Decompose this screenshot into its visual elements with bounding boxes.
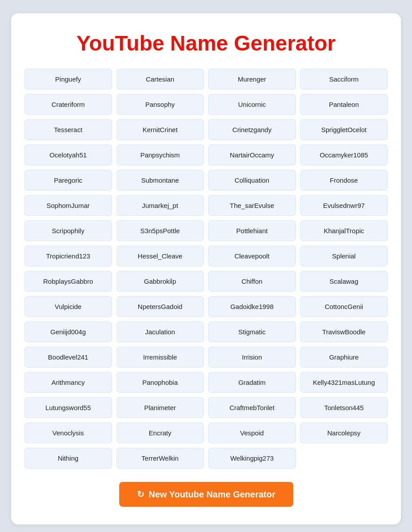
name-cell: Tropicriend123 <box>24 246 112 266</box>
name-cell: Panophobia <box>117 372 204 393</box>
name-cell: Welkingpig273 <box>208 448 296 469</box>
name-cell: Vulpicide <box>24 296 112 317</box>
names-grid: PinguefyCartesianMurengerSacciformCrater… <box>24 69 388 469</box>
name-cell: Pantaleon <box>300 94 388 115</box>
name-cell: Pottlehiant <box>208 220 296 241</box>
name-cell: RobplaysGabbro <box>24 271 112 292</box>
name-cell: Gadoidke1998 <box>208 296 296 317</box>
name-cell: Panpsychism <box>117 145 204 165</box>
button-row: ↻ New Youtube Name Generator <box>24 482 388 507</box>
name-cell: Gabbrokilp <box>117 271 204 292</box>
name-cell: Pansophy <box>117 94 204 115</box>
name-cell: Kelly4321masLutung <box>300 372 388 393</box>
name-cell: SpriggletOcelot <box>300 119 388 140</box>
name-cell: Splenial <box>300 246 388 266</box>
name-cell: Lutungsword55 <box>24 397 112 418</box>
name-cell: Sacciform <box>300 69 388 90</box>
name-cell: Cleavepoolt <box>208 246 296 266</box>
name-cell: Graphiure <box>300 347 388 368</box>
name-cell: Crinetzgandy <box>208 119 296 140</box>
name-cell: Encraty <box>117 422 204 443</box>
name-cell: Narcolepsy <box>300 422 388 443</box>
name-cell: Frondose <box>300 170 388 191</box>
name-cell: Submontane <box>117 170 204 191</box>
name-cell: S3n5psPottle <box>117 220 204 241</box>
name-cell: Irremissible <box>117 347 204 368</box>
name-cell: Cartesian <box>117 69 204 90</box>
name-cell: Jumarkej_pt <box>117 195 204 216</box>
name-cell <box>300 448 388 469</box>
name-cell: Arithmancy <box>24 372 112 393</box>
name-cell: Unicornic <box>208 94 296 115</box>
name-cell: The_sarEvulse <box>208 195 296 216</box>
name-cell: Crateriform <box>24 94 112 115</box>
name-cell: Murenger <box>208 69 296 90</box>
name-cell: NartairOccamy <box>208 145 296 165</box>
name-cell: CraftmebTonlet <box>208 397 296 418</box>
page-title: YouTube Name Generator <box>24 31 388 55</box>
generate-button[interactable]: ↻ New Youtube Name Generator <box>119 482 293 507</box>
name-cell: NpetersGadoid <box>117 296 204 317</box>
name-cell: Geniijd004g <box>24 321 112 342</box>
name-cell: Boodlevel241 <box>24 347 112 368</box>
name-cell: Evulsednwr97 <box>300 195 388 216</box>
name-cell: Pinguefy <box>24 69 112 90</box>
main-card: YouTube Name Generator PinguefyCartesian… <box>11 13 401 524</box>
name-cell: TerrerWelkin <box>117 448 204 469</box>
name-cell: KernitCrinet <box>117 119 204 140</box>
name-cell: Gradatim <box>208 372 296 393</box>
name-cell: Occamyker1085 <box>300 145 388 165</box>
name-cell: Jaculation <box>117 321 204 342</box>
name-cell: Planimeter <box>117 397 204 418</box>
name-cell: Scalawag <box>300 271 388 292</box>
name-cell: Tonletson445 <box>300 397 388 418</box>
name-cell: KhanjalTropic <box>300 220 388 241</box>
name-cell: Scripophily <box>24 220 112 241</box>
name-cell: Chiffon <box>208 271 296 292</box>
name-cell: Paregoric <box>24 170 112 191</box>
name-cell: CottoncGenii <box>300 296 388 317</box>
generate-button-label: New Youtube Name Generator <box>149 489 276 500</box>
name-cell: TraviswBoodle <box>300 321 388 342</box>
name-cell: Venoclysis <box>24 422 112 443</box>
name-cell: Tesseract <box>24 119 112 140</box>
name-cell: Stigmatic <box>208 321 296 342</box>
name-cell: Vespoid <box>208 422 296 443</box>
name-cell: Ocelotyah51 <box>24 145 112 165</box>
name-cell: Colliquation <box>208 170 296 191</box>
name-cell: Irrision <box>208 347 296 368</box>
refresh-icon: ↻ <box>137 489 144 500</box>
name-cell: Nithing <box>24 448 112 469</box>
name-cell: SophomJumar <box>24 195 112 216</box>
name-cell: Hessel_Cleave <box>117 246 204 266</box>
